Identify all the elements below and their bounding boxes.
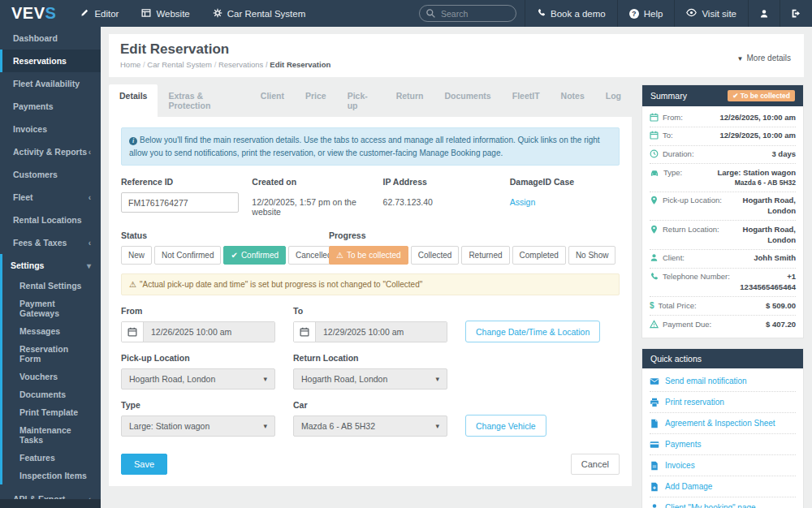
main-content: Edit Reservation HomeCar Rental SystemRe… xyxy=(101,27,812,508)
details-card: iBelow you'll find the main reservation … xyxy=(109,117,632,486)
save-button[interactable]: Save xyxy=(121,454,167,475)
to-date-input[interactable] xyxy=(316,322,447,342)
car-select[interactable]: Mazda 6 - AB 5H32 ▾ xyxy=(293,415,447,437)
tab-return[interactable]: Return xyxy=(386,84,434,117)
sidebar-item-fleet-availability[interactable]: Fleet Availability xyxy=(0,72,101,95)
printer-icon xyxy=(650,398,659,407)
logout-button[interactable] xyxy=(780,0,812,27)
sidebar-item-dashboard[interactable]: Dashboard xyxy=(0,27,101,50)
pickup-location-label: Pick-up Location xyxy=(121,353,275,363)
pickup-location-select[interactable]: Hogarth Road, London ▾ xyxy=(121,368,275,390)
nav-visit-site[interactable]: Visit site xyxy=(674,0,748,27)
vehicle-type-select[interactable]: Large: Station wagon ▾ xyxy=(121,415,275,437)
quick-actions-title: Quick actions xyxy=(650,354,702,364)
invoice-file-icon xyxy=(650,461,659,471)
vevs-logo[interactable]: VEVS xyxy=(0,0,69,27)
breadcrumb-reservations[interactable]: Reservations xyxy=(212,60,263,69)
tab-extras-protection[interactable]: Extras & Protection xyxy=(158,84,249,117)
assign-damage-link[interactable]: Assign xyxy=(510,192,536,207)
calendar-icon[interactable] xyxy=(294,322,316,342)
pencil-icon xyxy=(80,8,89,19)
progress-returned-button[interactable]: Returned xyxy=(461,246,509,265)
nav-help[interactable]: ? Help xyxy=(617,0,675,27)
logout-icon xyxy=(791,8,801,19)
map-pin-icon xyxy=(650,225,659,234)
return-location-label: Return Location xyxy=(293,353,447,363)
progress-completed-button[interactable]: Completed xyxy=(512,246,566,265)
sidebar-subitem-messages[interactable]: Messages xyxy=(2,322,101,340)
progress-no-show-button[interactable]: No Show xyxy=(568,246,616,265)
phone-icon xyxy=(650,272,659,281)
sidebar-subitem-payment-gateways[interactable]: Payment Gateways xyxy=(2,295,101,322)
more-details-toggle[interactable]: ▼More details xyxy=(737,54,791,62)
status-button-group: New Not Confirmed ✔Confirmed Cancelled xyxy=(121,246,329,265)
tab-price[interactable]: Price xyxy=(295,84,337,117)
select-caret-icon: ▾ xyxy=(435,375,439,383)
sidebar-subitem-print-template[interactable]: Print Template xyxy=(2,403,101,421)
sidebar-item-settings[interactable]: Settings▾ xyxy=(2,254,101,277)
cancel-button[interactable]: Cancel xyxy=(571,454,620,475)
tab-fleetit[interactable]: FleetIT xyxy=(502,84,551,117)
tab-details[interactable]: Details xyxy=(109,84,158,117)
change-datetime-location-button[interactable]: Change Date/Time & Location xyxy=(465,321,600,342)
tab-notes[interactable]: Notes xyxy=(551,84,595,117)
sidebar-subitem-maintenance-tasks[interactable]: Maintenance Tasks xyxy=(2,421,101,449)
nav-car-rental-system[interactable]: Car Rental System xyxy=(201,0,317,27)
nav-website[interactable]: Website xyxy=(130,0,201,27)
sidebar-subitem-rental-settings[interactable]: Rental Settings xyxy=(2,277,101,295)
tab-log[interactable]: Log xyxy=(595,84,632,117)
quick-action-client-my-booking[interactable]: Client "My booking" page xyxy=(650,497,796,508)
sidebar-item-reservations[interactable]: Reservations xyxy=(0,50,101,72)
sidebar-item-fleet[interactable]: Fleet‹ xyxy=(0,186,101,209)
progress-label: Progress xyxy=(329,230,620,240)
sidebar-item-payments[interactable]: Payments xyxy=(0,95,101,118)
sidebar-subitem-features[interactable]: Features xyxy=(2,449,101,467)
chevron-left-icon: ‹ xyxy=(89,193,91,202)
sidebar-item-activity-reports[interactable]: Activity & Reports‹ xyxy=(0,140,101,163)
type-label: Type xyxy=(121,400,275,410)
quick-action-agreement-inspection[interactable]: Agreement & Inspection Sheet xyxy=(650,413,796,434)
quick-action-invoices[interactable]: Invoices xyxy=(650,455,796,476)
nav-book-a-demo[interactable]: Book a demo xyxy=(525,0,617,27)
select-caret-icon: ▾ xyxy=(263,422,267,430)
progress-to-be-collected-button[interactable]: ⚠To be collected xyxy=(329,246,408,265)
summary-title: Summary xyxy=(650,91,687,101)
progress-button-group: ⚠To be collected Collected Returned Comp… xyxy=(329,246,620,265)
sidebar-item-customers[interactable]: Customers xyxy=(0,163,101,186)
quick-action-send-email[interactable]: Send email notification xyxy=(650,371,796,392)
reference-id-input[interactable] xyxy=(121,192,239,213)
nav-editor[interactable]: Editor xyxy=(69,0,130,27)
sidebar-footer-strip xyxy=(0,499,101,508)
ip-address-label: IP Address xyxy=(383,177,510,187)
user-account-button[interactable] xyxy=(748,0,780,27)
sidebar-subitem-reservation-form[interactable]: Reservation Form xyxy=(2,340,101,368)
change-vehicle-button[interactable]: Change Vehicle xyxy=(465,415,546,437)
calendar-icon[interactable] xyxy=(122,322,144,342)
breadcrumb-system[interactable]: Car Rental System xyxy=(140,60,212,69)
quick-action-print-reservation[interactable]: Print reservation xyxy=(650,392,796,413)
summary-status-badge: ✔ To be collected xyxy=(728,90,795,101)
quick-action-payments[interactable]: Payments xyxy=(650,434,796,455)
sidebar-item-fees-taxes[interactable]: Fees & Taxes‹ xyxy=(0,231,101,254)
summary-row-duration: Duration: 3 days xyxy=(650,146,796,165)
from-date-input[interactable] xyxy=(144,322,274,342)
breadcrumb-home[interactable]: Home xyxy=(120,60,140,69)
return-location-select[interactable]: Hogarth Road, London ▾ xyxy=(293,368,447,390)
status-new-button[interactable]: New xyxy=(121,246,152,265)
sidebar-item-rental-locations[interactable]: Rental Locations xyxy=(0,209,101,231)
progress-collected-button[interactable]: Collected xyxy=(411,246,460,265)
sidebar-subitem-vouchers[interactable]: Vouchers xyxy=(2,368,101,385)
calendar-icon xyxy=(650,113,659,122)
status-not-confirmed-button[interactable]: Not Confirmed xyxy=(154,246,221,265)
tab-documents[interactable]: Documents xyxy=(434,84,502,117)
reference-fields-row: Reference ID Created on 12/20/2025, 1:57… xyxy=(121,177,620,217)
tab-pick-up[interactable]: Pick-up xyxy=(337,84,386,117)
sidebar-item-invoices[interactable]: Invoices xyxy=(0,118,101,140)
sidebar-subitem-documents[interactable]: Documents xyxy=(2,385,101,403)
locations-row: Pick-up Location Hogarth Road, London ▾ … xyxy=(121,353,620,390)
status-confirmed-button[interactable]: ✔Confirmed xyxy=(223,246,286,265)
sidebar-subitem-inspection-items[interactable]: Inspection Items xyxy=(2,467,101,484)
credit-card-icon xyxy=(650,440,659,450)
tab-client[interactable]: Client xyxy=(250,84,295,117)
quick-action-add-damage[interactable]: Add Damage xyxy=(650,476,796,497)
